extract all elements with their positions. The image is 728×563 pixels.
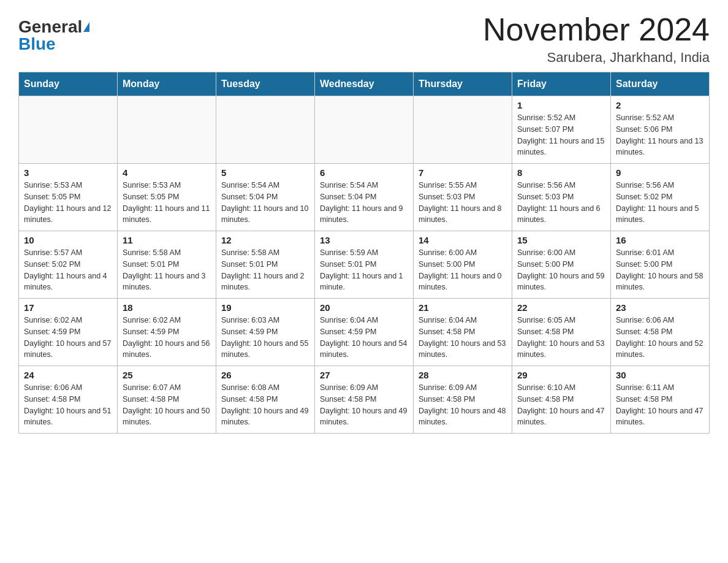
day-number: 18 xyxy=(123,302,211,313)
calendar-cell: 23Sunrise: 6:06 AM Sunset: 4:58 PM Dayli… xyxy=(611,299,710,366)
day-number: 12 xyxy=(221,235,309,245)
day-number: 5 xyxy=(221,167,309,178)
day-number: 29 xyxy=(517,370,605,380)
calendar-cell: 19Sunrise: 6:03 AM Sunset: 4:59 PM Dayli… xyxy=(216,299,315,366)
day-sun-info: Sunrise: 6:02 AM Sunset: 4:59 PM Dayligh… xyxy=(24,315,112,361)
day-number: 23 xyxy=(616,302,704,313)
day-sun-info: Sunrise: 5:59 AM Sunset: 5:01 PM Dayligh… xyxy=(320,247,408,293)
calendar-cell: 14Sunrise: 6:00 AM Sunset: 5:00 PM Dayli… xyxy=(414,231,512,299)
calendar-cell: 9Sunrise: 5:56 AM Sunset: 5:02 PM Daylig… xyxy=(611,164,710,231)
day-sun-info: Sunrise: 6:06 AM Sunset: 4:58 PM Dayligh… xyxy=(616,315,704,361)
day-number: 8 xyxy=(517,167,605,178)
calendar-cell: 10Sunrise: 5:57 AM Sunset: 5:02 PM Dayli… xyxy=(19,231,118,299)
title-area: November 2024 Sarubera, Jharkhand, India xyxy=(483,12,710,66)
calendar-week-row: 3Sunrise: 5:53 AM Sunset: 5:05 PM Daylig… xyxy=(19,164,710,231)
day-number: 10 xyxy=(24,235,112,245)
day-sun-info: Sunrise: 5:52 AM Sunset: 5:06 PM Dayligh… xyxy=(616,112,704,158)
day-sun-info: Sunrise: 6:03 AM Sunset: 4:59 PM Dayligh… xyxy=(221,315,309,361)
day-sun-info: Sunrise: 6:09 AM Sunset: 4:58 PM Dayligh… xyxy=(419,382,507,428)
day-number: 11 xyxy=(123,235,211,245)
day-sun-info: Sunrise: 6:08 AM Sunset: 4:58 PM Dayligh… xyxy=(221,382,309,428)
calendar-header-row: SundayMondayTuesdayWednesdayThursdayFrid… xyxy=(19,72,710,96)
calendar-cell: 12Sunrise: 5:58 AM Sunset: 5:01 PM Dayli… xyxy=(216,231,315,299)
day-number: 20 xyxy=(320,302,408,313)
calendar-cell xyxy=(216,96,315,164)
day-sun-info: Sunrise: 6:11 AM Sunset: 4:58 PM Dayligh… xyxy=(616,382,704,428)
page-header: General Blue November 2024 Sarubera, Jha… xyxy=(18,12,710,66)
calendar-cell: 11Sunrise: 5:58 AM Sunset: 5:01 PM Dayli… xyxy=(118,231,216,299)
calendar-cell: 29Sunrise: 6:10 AM Sunset: 4:58 PM Dayli… xyxy=(512,366,611,434)
day-of-week-header: Friday xyxy=(512,72,611,96)
calendar-cell: 21Sunrise: 6:04 AM Sunset: 4:58 PM Dayli… xyxy=(414,299,512,366)
day-sun-info: Sunrise: 6:06 AM Sunset: 4:58 PM Dayligh… xyxy=(24,382,112,428)
day-number: 22 xyxy=(517,302,605,313)
day-of-week-header: Thursday xyxy=(414,72,512,96)
day-sun-info: Sunrise: 6:10 AM Sunset: 4:58 PM Dayligh… xyxy=(517,382,605,428)
day-number: 7 xyxy=(419,167,507,178)
logo-blue-text: Blue xyxy=(18,36,56,53)
logo-triangle-icon xyxy=(83,22,89,32)
day-sun-info: Sunrise: 6:00 AM Sunset: 5:00 PM Dayligh… xyxy=(419,247,507,293)
calendar-cell: 1Sunrise: 5:52 AM Sunset: 5:07 PM Daylig… xyxy=(512,96,611,164)
calendar-cell: 16Sunrise: 6:01 AM Sunset: 5:00 PM Dayli… xyxy=(611,231,710,299)
day-number: 1 xyxy=(517,100,605,110)
calendar-cell: 2Sunrise: 5:52 AM Sunset: 5:06 PM Daylig… xyxy=(611,96,710,164)
calendar-cell: 17Sunrise: 6:02 AM Sunset: 4:59 PM Dayli… xyxy=(19,299,118,366)
day-of-week-header: Wednesday xyxy=(315,72,414,96)
calendar-cell: 6Sunrise: 5:54 AM Sunset: 5:04 PM Daylig… xyxy=(315,164,414,231)
calendar-week-row: 24Sunrise: 6:06 AM Sunset: 4:58 PM Dayli… xyxy=(19,366,710,434)
day-number: 16 xyxy=(616,235,704,245)
calendar-cell: 20Sunrise: 6:04 AM Sunset: 4:59 PM Dayli… xyxy=(315,299,414,366)
day-number: 14 xyxy=(419,235,507,245)
day-sun-info: Sunrise: 5:53 AM Sunset: 5:05 PM Dayligh… xyxy=(123,180,211,226)
day-number: 28 xyxy=(419,370,507,380)
calendar-cell: 15Sunrise: 6:00 AM Sunset: 5:00 PM Dayli… xyxy=(512,231,611,299)
logo-general-text: General xyxy=(18,18,82,36)
day-number: 26 xyxy=(221,370,309,380)
day-number: 3 xyxy=(24,167,112,178)
day-number: 15 xyxy=(517,235,605,245)
calendar-cell xyxy=(414,96,512,164)
day-number: 9 xyxy=(616,167,704,178)
calendar-cell: 30Sunrise: 6:11 AM Sunset: 4:58 PM Dayli… xyxy=(611,366,710,434)
day-sun-info: Sunrise: 5:55 AM Sunset: 5:03 PM Dayligh… xyxy=(419,180,507,226)
day-sun-info: Sunrise: 5:54 AM Sunset: 5:04 PM Dayligh… xyxy=(221,180,309,226)
day-number: 2 xyxy=(616,100,704,110)
calendar-cell xyxy=(118,96,216,164)
calendar-week-row: 1Sunrise: 5:52 AM Sunset: 5:07 PM Daylig… xyxy=(19,96,710,164)
day-number: 30 xyxy=(616,370,704,380)
calendar-cell: 4Sunrise: 5:53 AM Sunset: 5:05 PM Daylig… xyxy=(118,164,216,231)
calendar-week-row: 17Sunrise: 6:02 AM Sunset: 4:59 PM Dayli… xyxy=(19,299,710,366)
calendar-cell: 25Sunrise: 6:07 AM Sunset: 4:58 PM Dayli… xyxy=(118,366,216,434)
calendar-cell: 5Sunrise: 5:54 AM Sunset: 5:04 PM Daylig… xyxy=(216,164,315,231)
day-sun-info: Sunrise: 5:58 AM Sunset: 5:01 PM Dayligh… xyxy=(123,247,211,293)
calendar-table: SundayMondayTuesdayWednesdayThursdayFrid… xyxy=(18,72,710,434)
calendar-cell: 27Sunrise: 6:09 AM Sunset: 4:58 PM Dayli… xyxy=(315,366,414,434)
day-sun-info: Sunrise: 5:56 AM Sunset: 5:03 PM Dayligh… xyxy=(517,180,605,226)
day-sun-info: Sunrise: 6:07 AM Sunset: 4:58 PM Dayligh… xyxy=(123,382,211,428)
day-sun-info: Sunrise: 5:56 AM Sunset: 5:02 PM Dayligh… xyxy=(616,180,704,226)
calendar-cell: 3Sunrise: 5:53 AM Sunset: 5:05 PM Daylig… xyxy=(19,164,118,231)
calendar-cell: 8Sunrise: 5:56 AM Sunset: 5:03 PM Daylig… xyxy=(512,164,611,231)
day-number: 27 xyxy=(320,370,408,380)
day-sun-info: Sunrise: 6:00 AM Sunset: 5:00 PM Dayligh… xyxy=(517,247,605,293)
location-subtitle: Sarubera, Jharkhand, India xyxy=(483,50,710,66)
calendar-cell: 26Sunrise: 6:08 AM Sunset: 4:58 PM Dayli… xyxy=(216,366,315,434)
calendar-cell xyxy=(315,96,414,164)
calendar-cell: 18Sunrise: 6:02 AM Sunset: 4:59 PM Dayli… xyxy=(118,299,216,366)
month-title: November 2024 xyxy=(483,12,710,47)
day-sun-info: Sunrise: 6:04 AM Sunset: 4:58 PM Dayligh… xyxy=(419,315,507,361)
day-of-week-header: Saturday xyxy=(611,72,710,96)
day-number: 19 xyxy=(221,302,309,313)
day-sun-info: Sunrise: 5:52 AM Sunset: 5:07 PM Dayligh… xyxy=(517,112,605,158)
day-sun-info: Sunrise: 5:53 AM Sunset: 5:05 PM Dayligh… xyxy=(24,180,112,226)
day-number: 21 xyxy=(419,302,507,313)
calendar-cell: 7Sunrise: 5:55 AM Sunset: 5:03 PM Daylig… xyxy=(414,164,512,231)
day-number: 17 xyxy=(24,302,112,313)
calendar-cell: 13Sunrise: 5:59 AM Sunset: 5:01 PM Dayli… xyxy=(315,231,414,299)
calendar-cell: 24Sunrise: 6:06 AM Sunset: 4:58 PM Dayli… xyxy=(19,366,118,434)
calendar-cell xyxy=(19,96,118,164)
day-sun-info: Sunrise: 5:54 AM Sunset: 5:04 PM Dayligh… xyxy=(320,180,408,226)
day-sun-info: Sunrise: 6:04 AM Sunset: 4:59 PM Dayligh… xyxy=(320,315,408,361)
day-sun-info: Sunrise: 6:02 AM Sunset: 4:59 PM Dayligh… xyxy=(123,315,211,361)
